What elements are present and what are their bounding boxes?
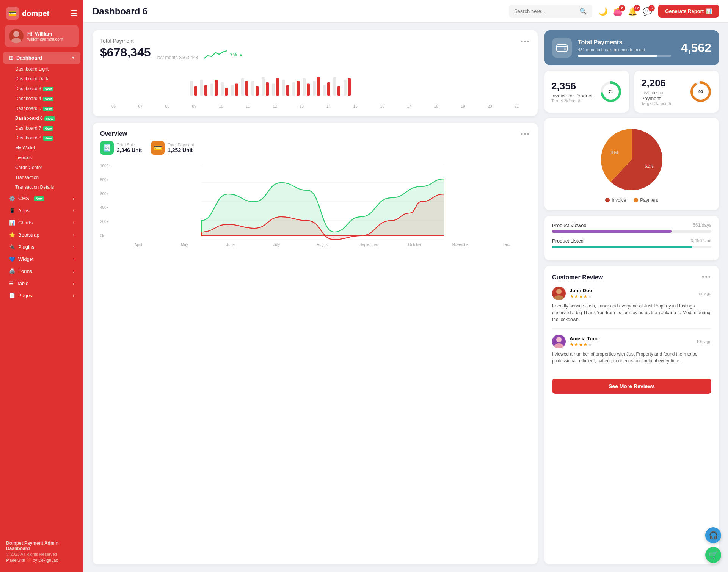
sidebar-sub-transaction[interactable]: Transaction (3, 172, 80, 182)
logo-icon: 💳 (6, 7, 19, 20)
reviewer-name-1: Amelia Tuner (570, 336, 692, 342)
banner-number: 4,562 (681, 41, 711, 55)
stat-total-payment: 💳 Total Payment 1,252 Unit (151, 141, 194, 155)
search-icon: 🔍 (579, 8, 587, 15)
user-name: Hi, William (27, 31, 63, 37)
invoice-payment-target: Target 3k/month (641, 101, 683, 106)
page-title: Dashboard 6 (93, 6, 503, 17)
sidebar-item-plugins[interactable]: 🔌 Plugins › (3, 241, 80, 253)
chevron-right-icon5: › (73, 245, 74, 249)
legend-dot-payment (634, 198, 638, 202)
sidebar-sub-dashboard-7[interactable]: Dashboard 7New (3, 123, 80, 133)
theme-toggle[interactable]: 🌙 (598, 7, 608, 16)
footer-copy: © 2023 All Rights Reserved (6, 552, 77, 556)
legend-invoice: Invoice (605, 197, 626, 203)
chevron-right-icon: › (73, 196, 74, 201)
wallet-icon-btn[interactable]: 👛 2 (613, 7, 623, 16)
nav-section: ⊞ Dashboard ▾ Dashboard Light Dashboard … (0, 52, 83, 535)
review-menu-dots[interactable]: ••• (702, 273, 711, 281)
sidebar-sub-transaction-details[interactable]: Transaction Details (3, 182, 80, 192)
sidebar-item-bootstrap[interactable]: ⭐ Bootstrap › (3, 229, 80, 241)
chart-x-labels: AprilMayJuneJulyAugustSeptemberOctoberNo… (115, 243, 530, 247)
sidebar-item-table[interactable]: ☰ Table › (3, 277, 80, 289)
invoice-product-target: Target 3k/month (551, 99, 593, 103)
review-time-1: 10h ago (696, 339, 711, 344)
sidebar-sub-dashboard-4[interactable]: Dashboard 4New (3, 94, 80, 103)
topbar: Dashboard 6 🔍 🌙 👛 2 🔔 12 💬 5 Generate Re… (83, 0, 728, 23)
sidebar-sub-dashboard-5[interactable]: Dashboard 5New (3, 103, 80, 113)
sidebar: 💳 dompet ☰ Hi, William william@gmail.com… (0, 0, 83, 572)
product-metrics-card: Product Viewed 561/days Product Listed 3… (544, 216, 719, 260)
overview-title: Overview (100, 130, 194, 137)
total-payment-card: Total Payment $678,345 last month $563,4… (93, 30, 538, 116)
bar-chart-container: 06070809101112131415161718192021 (100, 67, 530, 108)
banner-sub: 431 more to break last month record (578, 47, 671, 52)
sidebar-sub-invoices[interactable]: Invoices (3, 153, 80, 163)
sidebar-item-pages[interactable]: 📄 Pages › (3, 290, 80, 301)
sidebar-sub-dashboard-8[interactable]: Dashboard 8New (3, 133, 80, 143)
card-menu-dots[interactable]: ••• (521, 38, 530, 46)
svg-point-1 (11, 38, 21, 43)
main-content: Dashboard 6 🔍 🌙 👛 2 🔔 12 💬 5 Generate Re… (83, 0, 728, 572)
sidebar-item-dashboard[interactable]: ⊞ Dashboard ▾ (3, 52, 80, 64)
logo-text: dompet (22, 9, 49, 18)
chevron-right-icon8: › (73, 281, 74, 286)
cart-icon: 🛒 (709, 550, 718, 559)
sidebar-item-apps[interactable]: 📱 Apps › (3, 205, 80, 216)
banner-progress-bar (578, 55, 671, 57)
sidebar-sub-dashboard-6[interactable]: Dashboard 6New (3, 113, 80, 123)
payment-amount: $678,345 (100, 45, 151, 60)
sidebar-sub-dashboard-dark[interactable]: Dashboard Dark (3, 74, 80, 84)
invoice-payment-label: Invoice for Payment (641, 90, 683, 101)
invoice-payment-card: 2,206 Invoice for Payment Target 3k/mont… (634, 71, 719, 113)
svg-rect-22 (292, 82, 295, 96)
sidebar-item-cms[interactable]: ⚙️ CMS New › (3, 193, 80, 204)
charts-icon: 📊 (9, 220, 15, 226)
svg-rect-10 (231, 85, 234, 96)
stars-1: ★★★★★ (570, 342, 592, 347)
review-title: Customer Review (552, 274, 603, 281)
invoice-product-donut: 71 (599, 80, 622, 103)
legend-dot-invoice (605, 198, 610, 202)
invoice-row: 2,356 Invoice for Product Target 3k/mont… (544, 71, 719, 113)
search-input[interactable] (514, 8, 576, 14)
user-email: william@gmail.com (27, 37, 63, 41)
svg-point-48 (554, 295, 563, 300)
sidebar-item-forms[interactable]: 🖨️ Forms › (3, 265, 80, 277)
sale-icon: 🧾 (100, 141, 114, 155)
logo-left: 💳 dompet (6, 7, 49, 20)
reviewer-name-0: John Doe (570, 288, 693, 293)
sidebar-sub-dashboard-light[interactable]: Dashboard Light (3, 64, 80, 74)
hamburger-icon[interactable]: ☰ (71, 9, 77, 18)
support-float-button[interactable]: 🎧 (705, 527, 721, 543)
svg-rect-6 (210, 84, 213, 96)
chat-badge: 5 (648, 5, 655, 11)
dashboard-icon: ⊞ (9, 55, 13, 61)
overview-stats: 🧾 Total Sale 2,346 Unit 💳 Total Payment (100, 141, 194, 155)
sidebar-sub-dashboard-3[interactable]: Dashboard 3New (3, 84, 80, 94)
support-icon: 🎧 (709, 531, 718, 540)
see-more-reviews-button[interactable]: See More Reviews (552, 379, 711, 394)
sidebar-item-charts[interactable]: 📊 Charts › (3, 217, 80, 229)
widget-icon: 💙 (9, 256, 15, 262)
svg-point-0 (13, 31, 19, 37)
total-payments-banner: Total Payments 431 more to break last mo… (544, 30, 719, 65)
generate-report-button[interactable]: Generate Report 📊 (658, 5, 719, 18)
svg-rect-31 (337, 86, 340, 96)
banner-wallet-icon (552, 38, 572, 58)
cart-float-button[interactable]: 🛒 (705, 547, 721, 563)
svg-rect-32 (344, 80, 347, 96)
svg-rect-16 (262, 77, 265, 96)
chart-y-labels: 1000k800k600k400k200k0k (100, 164, 110, 238)
sidebar-sub-cards[interactable]: Cards Center (3, 163, 80, 172)
sidebar-sub-mywallet[interactable]: My Wallet (3, 143, 80, 153)
bell-icon-btn[interactable]: 🔔 12 (628, 7, 637, 16)
svg-rect-2 (190, 81, 193, 96)
svg-rect-14 (251, 81, 254, 96)
review-item-0: John Doe ★★★★★ 5m ago Friendly service J… (552, 287, 711, 329)
sidebar-item-widget[interactable]: 💙 Widget › (3, 253, 80, 265)
svg-rect-18 (272, 84, 275, 96)
chat-icon-btn[interactable]: 💬 5 (643, 7, 652, 16)
overview-menu-dots[interactable]: ••• (521, 130, 530, 138)
line-chart-wrapper: 1000k800k600k400k200k0k AprilMayJuneJuly… (100, 164, 530, 247)
